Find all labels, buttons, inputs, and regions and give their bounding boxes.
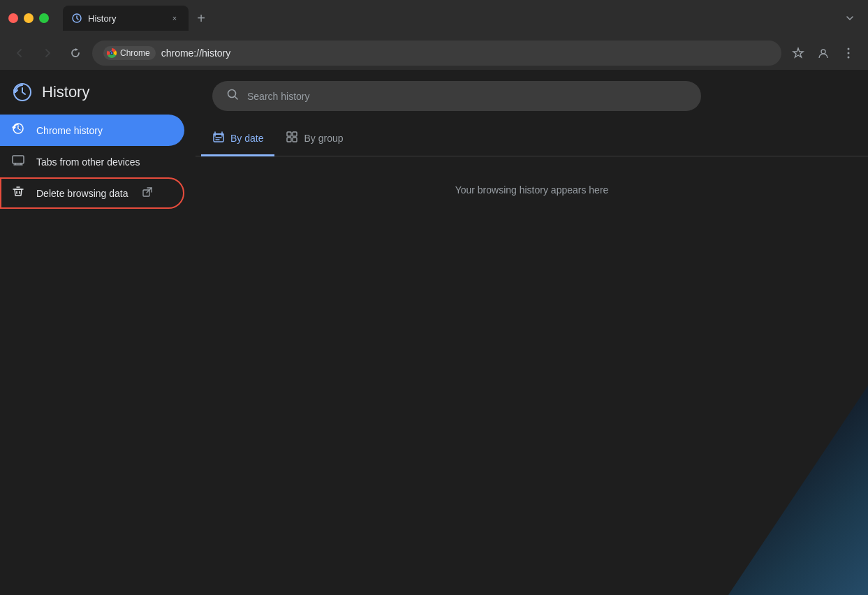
tab-by-group[interactable]: By group xyxy=(274,122,354,156)
address-bar[interactable]: Chrome chrome://history xyxy=(92,41,781,66)
url-text: chrome://history xyxy=(161,47,231,59)
new-tab-button[interactable]: + xyxy=(191,8,211,28)
svg-rect-17 xyxy=(293,138,297,142)
tab-expand-button[interactable] xyxy=(840,8,860,28)
chrome-label: Chrome xyxy=(120,48,150,58)
svg-rect-14 xyxy=(287,132,291,136)
content-area: By date By group Your browsing history a… xyxy=(196,70,868,595)
tab-title: History xyxy=(88,13,116,24)
maximize-button[interactable] xyxy=(39,13,49,23)
svg-point-6 xyxy=(848,52,850,54)
active-tab[interactable]: History × xyxy=(63,6,189,31)
titlebar: History × + xyxy=(0,0,868,36)
minimize-button[interactable] xyxy=(24,13,34,23)
sidebar-item-delete-browsing-data[interactable]: Delete browsing data xyxy=(0,177,184,209)
sidebar-item-chrome-history[interactable]: Chrome history xyxy=(0,115,184,146)
by-group-icon xyxy=(286,131,298,146)
chrome-history-icon xyxy=(11,122,25,139)
svg-rect-10 xyxy=(13,156,24,163)
search-input[interactable] xyxy=(247,91,687,102)
search-bar[interactable] xyxy=(212,81,701,111)
tab-bar: History × + xyxy=(63,0,860,36)
external-link-icon xyxy=(142,187,152,199)
menu-button[interactable] xyxy=(837,42,860,64)
history-logo-icon xyxy=(11,81,34,103)
svg-point-5 xyxy=(848,48,850,50)
sidebar-header: History xyxy=(0,81,196,115)
empty-state-text: Your browsing history appears here xyxy=(455,184,609,196)
sidebar: History Chrome history Tab xyxy=(0,70,196,595)
delete-browsing-data-icon xyxy=(11,184,25,202)
sidebar-item-chrome-history-label: Chrome history xyxy=(36,125,103,136)
search-bar-container xyxy=(196,70,868,122)
main-container: History Chrome history Tab xyxy=(0,70,868,595)
bookmark-button[interactable] xyxy=(787,42,809,64)
chrome-badge: Chrome xyxy=(103,46,156,60)
tab-favicon-icon xyxy=(71,13,82,24)
back-button[interactable] xyxy=(8,42,31,64)
svg-rect-15 xyxy=(293,132,297,136)
svg-point-7 xyxy=(848,57,850,59)
empty-state: Your browsing history appears here xyxy=(196,156,868,595)
forward-button[interactable] xyxy=(36,42,59,64)
tab-by-date[interactable]: By date xyxy=(201,122,274,156)
close-button[interactable] xyxy=(8,13,18,23)
sidebar-item-delete-label: Delete browsing data xyxy=(36,188,128,199)
refresh-button[interactable] xyxy=(64,42,87,64)
sidebar-item-tabs-label: Tabs from other devices xyxy=(36,156,140,168)
tab-by-date-label: By date xyxy=(230,133,263,144)
svg-rect-16 xyxy=(287,138,291,142)
tab-close-button[interactable]: × xyxy=(169,13,180,24)
sidebar-item-tabs-other-devices[interactable]: Tabs from other devices xyxy=(0,146,184,177)
by-date-icon xyxy=(212,131,225,146)
svg-point-4 xyxy=(821,50,825,54)
nav-right xyxy=(787,42,860,64)
tabs-other-devices-icon xyxy=(11,153,25,170)
svg-point-12 xyxy=(228,90,236,98)
tabs-row: By date By group xyxy=(196,122,868,156)
tab-by-group-label: By group xyxy=(304,133,343,144)
profile-button[interactable] xyxy=(812,42,834,64)
sidebar-title: History xyxy=(42,83,89,101)
svg-point-3 xyxy=(111,52,113,54)
traffic-lights xyxy=(8,13,49,23)
search-icon xyxy=(226,88,239,104)
navbar: Chrome chrome://history xyxy=(0,36,868,70)
